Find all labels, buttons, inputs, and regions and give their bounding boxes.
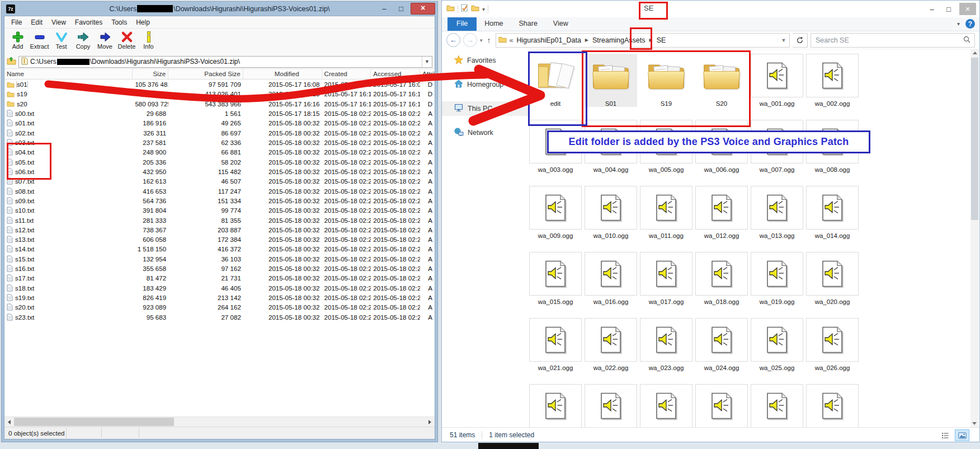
extract-button[interactable]: Extract	[29, 30, 50, 50]
sidebar-item-homegroup[interactable]: Homegroup	[442, 77, 529, 92]
file-tile[interactable]	[751, 384, 803, 428]
column-header-packed-size[interactable]: Packed Size	[168, 69, 243, 79]
column-header-name[interactable]: Name	[4, 69, 133, 79]
archive-row-s04.txt[interactable]: s04.txt248 90066 8812015-05-18 00:322015…	[4, 147, 435, 157]
7zip-maximize-button[interactable]: □	[394, 4, 408, 14]
scrollbar-thumb[interactable]	[14, 418, 174, 426]
file-tile-wa_025.ogg[interactable]: wa_025.ogg	[751, 318, 803, 371]
address-bar[interactable]: « HigurashiEp01_Data ▶ StreamingAssets ▶…	[496, 33, 790, 48]
delete-button[interactable]: Delete	[116, 30, 138, 50]
archive-row-s19[interactable]: s19418 283 150413 026 4012015-05-17 16:1…	[4, 89, 435, 99]
folder-tile-S01[interactable]: S01	[585, 54, 637, 107]
archive-row-s01.txt[interactable]: s01.txt186 91649 2652015-05-18 00:322015…	[4, 118, 435, 128]
sidebar-item-network[interactable]: Network	[442, 125, 529, 140]
sidebar-item-favorites[interactable]: Favorites	[442, 53, 529, 68]
thumbnail-view-button[interactable]	[955, 429, 969, 441]
tab-home[interactable]: Home	[477, 17, 511, 31]
new-folder-icon[interactable]	[471, 4, 479, 14]
archive-row-s17.txt[interactable]: s17.txt81 47221 7312015-05-18 00:322015-…	[4, 273, 435, 283]
explorer-close-button[interactable]: ×	[959, 3, 976, 15]
archive-row-s15.txt[interactable]: s15.txt132 95436 1032015-05-18 00:322015…	[4, 254, 435, 264]
archive-row-s18.txt[interactable]: s18.txt183 42946 4052015-05-18 00:322015…	[4, 283, 435, 293]
archive-row-s09.txt[interactable]: s09.txt564 736151 3342015-05-18 00:32201…	[4, 196, 435, 205]
archive-row-s01[interactable]: s01105 376 48197 591 7092015-05-17 16:08…	[4, 79, 435, 89]
folder-icon[interactable]	[446, 4, 455, 14]
explorer-maximize-button[interactable]: □	[943, 5, 955, 13]
column-header-created[interactable]: Created	[322, 69, 371, 79]
menu-tools[interactable]: Tools	[107, 17, 131, 27]
folder-tile-S19[interactable]: S19	[640, 54, 692, 107]
file-tile-wa_021.ogg[interactable]: wa_021.ogg	[529, 318, 582, 371]
column-header-attributes[interactable]: Attributes	[420, 69, 435, 79]
file-tile-wa_016.ogg[interactable]: wa_016.ogg	[585, 252, 637, 305]
sidebar-item-this-pc[interactable]: This PC	[442, 101, 529, 116]
file-tile-wa_022.ogg[interactable]: wa_022.ogg	[585, 318, 637, 371]
back-button[interactable]: ←	[446, 33, 460, 47]
explorer-titlebar[interactable]: ▾ SE – □ ×	[442, 1, 979, 17]
file-tile-wa_015.ogg[interactable]: wa_015.ogg	[529, 252, 582, 305]
scroll-left-icon[interactable]	[4, 417, 14, 427]
column-header-modified[interactable]: Modified	[243, 69, 322, 79]
archive-row-s14.txt[interactable]: s14.txt1 518 150416 3722015-05-18 00:322…	[4, 244, 435, 254]
scroll-right-icon[interactable]	[425, 417, 435, 427]
column-header-size[interactable]: Size	[133, 69, 168, 79]
properties-icon[interactable]	[461, 4, 468, 14]
archive-row-s06.txt[interactable]: s06.txt432 950115 4822015-05-18 00:32201…	[4, 167, 435, 176]
scroll-up-icon[interactable]	[973, 52, 977, 54]
add-button[interactable]: Add	[7, 30, 29, 50]
archive-row-s10.txt[interactable]: s10.txt391 80499 7742015-05-18 00:322015…	[4, 205, 435, 215]
menu-help[interactable]: Help	[131, 17, 154, 27]
file-tile[interactable]	[806, 384, 859, 428]
archive-row-s20.txt[interactable]: s20.txt923 089264 1622015-05-18 00:32201…	[4, 302, 435, 312]
copy-button[interactable]: Copy	[72, 30, 94, 50]
file-tile-wa_013.ogg[interactable]: wa_013.ogg	[751, 186, 803, 239]
up-button[interactable]: ↑	[486, 36, 493, 45]
forward-button[interactable]: →	[463, 33, 477, 47]
tab-share[interactable]: Share	[511, 17, 545, 31]
archive-row-s07.txt[interactable]: s07.txt162 61346 5072015-05-18 00:322015…	[4, 176, 435, 186]
menu-view[interactable]: View	[47, 17, 70, 27]
file-tile[interactable]	[640, 384, 692, 428]
scroll-down-icon[interactable]	[972, 422, 977, 425]
file-tile-wa_009.ogg[interactable]: wa_009.ogg	[529, 186, 582, 239]
file-tile-wa_024.ogg[interactable]: wa_024.ogg	[695, 318, 748, 371]
menu-favorites[interactable]: Favorites	[70, 17, 107, 27]
file-tile-wa_019.ogg[interactable]: wa_019.ogg	[751, 252, 803, 305]
chevron-down-icon[interactable]: ▾	[482, 6, 485, 12]
refresh-button[interactable]	[793, 33, 808, 48]
root-folder-icon[interactable]	[7, 57, 16, 67]
file-tile-wa_014.ogg[interactable]: wa_014.ogg	[806, 186, 859, 239]
archive-row-s02.txt[interactable]: s02.txt326 31186 6972015-05-18 00:322015…	[4, 128, 435, 138]
move-button[interactable]: Move	[94, 30, 116, 50]
explorer-vertical-scrollbar[interactable]	[970, 49, 979, 428]
archive-row-s23.txt[interactable]: s23.txt95 68327 0822015-05-18 00:322015-…	[4, 312, 435, 322]
7zip-minimize-button[interactable]: –	[377, 4, 392, 14]
info-button[interactable]: Info	[138, 30, 159, 50]
archive-row-s19.txt[interactable]: s19.txt826 419213 1422015-05-18 00:32201…	[4, 293, 435, 302]
menu-edit[interactable]: Edit	[26, 17, 47, 27]
search-input[interactable]	[811, 36, 959, 44]
archive-row-s16.txt[interactable]: s16.txt355 65897 1622015-05-18 00:322015…	[4, 264, 435, 273]
history-dropdown-icon[interactable]: ▾	[480, 38, 483, 43]
7zip-horizontal-scrollbar[interactable]	[4, 417, 435, 427]
file-tile-wa_018.ogg[interactable]: wa_018.ogg	[695, 252, 748, 305]
search-box[interactable]	[811, 33, 975, 48]
archive-row-s03.txt[interactable]: s03.txt237 58162 3362015-05-18 00:322015…	[4, 138, 435, 147]
folder-tile-edit[interactable]: edit	[529, 54, 582, 107]
archive-row-s20[interactable]: s20580 093 725543 383 9662015-05-17 16:1…	[4, 99, 435, 109]
7zip-titlebar[interactable]: 7z C:\Users\Downloads\Higurashi\Higurash…	[4, 2, 435, 16]
archive-row-s05.txt[interactable]: s05.txt205 33658 2022015-05-18 00:322015…	[4, 157, 435, 167]
archive-row-s12.txt[interactable]: s12.txt738 367203 8872015-05-18 00:32201…	[4, 225, 435, 235]
address-dropdown-icon[interactable]: ▼	[778, 38, 789, 43]
help-icon[interactable]: ?	[965, 19, 975, 29]
explorer-minimize-button[interactable]: –	[926, 5, 938, 13]
breadcrumb-streamingassets[interactable]: StreamingAssets	[592, 36, 645, 44]
scrollbar-thumb[interactable]	[971, 58, 978, 220]
file-tile-wa_026.ogg[interactable]: wa_026.ogg	[806, 318, 859, 371]
file-tile-wa_017.ogg[interactable]: wa_017.ogg	[640, 252, 692, 305]
search-icon[interactable]	[959, 35, 974, 45]
archive-row-s13.txt[interactable]: s13.txt606 058172 3842015-05-18 00:32201…	[4, 235, 435, 244]
ribbon-expand-icon[interactable]: ▾	[957, 21, 960, 27]
file-tile-wa_001.ogg[interactable]: wa_001.ogg	[751, 54, 803, 107]
file-tile-wa_023.ogg[interactable]: wa_023.ogg	[640, 318, 692, 371]
